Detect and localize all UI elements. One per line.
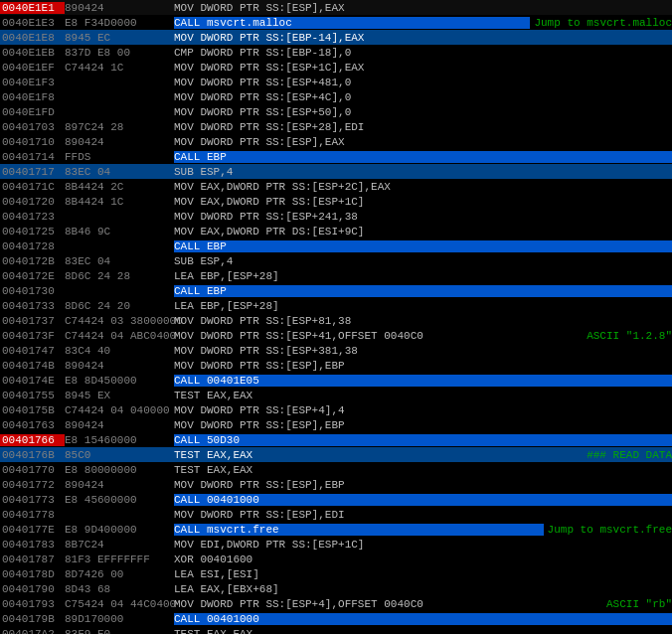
address-cell: 00401737 [0,315,65,327]
address-cell: 00401720 [0,196,65,208]
address-cell: 0040179B [0,613,65,625]
table-row[interactable]: 0040178D8D7426 00LEA ESI,[ESI] [0,566,672,581]
table-row[interactable]: 0040E1EFC74424 1CMOV DWORD PTR SS:[ESP+1… [0,60,672,75]
hex-cell: 890424 [65,479,174,491]
table-row[interactable]: 0040175BC74424 04 040000MOV DWORD PTR SS… [0,402,672,417]
table-row[interactable]: 00401763890424MOV DWORD PTR SS:[ESP],EBP [0,417,672,432]
table-row[interactable]: 004017558945 EXTEST EAX,EAX [0,388,672,402]
table-row[interactable]: 004017838B7C24MOV EDI,DWORD PTR SS:[ESP+… [0,537,672,552]
table-row[interactable]: 0040179B89D170000CALL 00401000 [0,611,672,626]
table-row[interactable]: 00401737C74424 03 38000000MOV DWORD PTR … [0,313,672,328]
table-row[interactable]: 00401773E8 45600000CALL 00401000 [0,492,672,507]
table-row[interactable]: 004017208B4424 1CMOV EAX,DWORD PTR SS:[E… [0,194,672,209]
hex-cell: 8D43 68 [65,583,174,595]
table-row[interactable]: 004017908D43 68LEA EAX,[EBX+68] [0,581,672,596]
instruction-cell: MOV DWORD PTR SS:[ESP+241,38 [174,211,672,223]
table-row[interactable]: 00401714FFDSCALL EBP [0,149,672,164]
address-cell: 00401747 [0,345,65,357]
address-cell: 0040E1E3 [0,17,65,29]
comment-cell: Jump to msvcrt.malloc [534,17,672,29]
instruction-cell: XOR 00401600 [174,554,672,565]
instruction-cell: CALL 50D30 [174,434,672,446]
hex-cell: 8D6C 24 28 [65,270,174,282]
instruction-cell: MOV DWORD PTR SS:[ESP+28],EDI [174,121,672,133]
table-row[interactable]: 0040171783EC 04SUB ESP,4 [0,164,672,179]
table-row[interactable]: 00401772890424MOV DWORD PTR SS:[ESP],EBP [0,477,672,492]
address-cell: 00401790 [0,583,65,595]
instruction-cell: MOV EAX,DWORD PTR SS:[ESP+1C] [174,196,672,208]
instruction-cell: CALL EBP [174,240,672,252]
table-row[interactable]: 0040E1EB837D E8 00CMP DWORD PTR SS:[EBP-… [0,45,672,60]
instruction-cell: CALL 00401000 [174,494,672,506]
table-row[interactable]: 0040172E8D6C 24 28LEA EBP,[ESP+28] [0,268,672,283]
table-row[interactable]: 00401778MOV DWORD PTR SS:[ESP],EDI [0,507,672,522]
table-row[interactable]: 0040E1FDMOV DWORD PTR SS:[ESP+50],0 [0,104,672,119]
instruction-cell: LEA EBP,[ESP+28] [174,270,672,282]
instruction-cell: MOV DWORD PTR SS:[EBP-14],EAX [174,32,672,44]
table-row[interactable]: 0040E1F8MOV DWORD PTR SS:[ESP+4C],0 [0,89,672,104]
table-row[interactable]: 0040171C8B4424 2CMOV EAX,DWORD PTR SS:[E… [0,179,672,194]
table-row[interactable]: 0040177EE8 9D400000CALL msvcrt.freeJump … [0,522,672,537]
table-row[interactable]: 0040174B890424MOV DWORD PTR SS:[ESP],EBP [0,358,672,373]
table-row[interactable]: 00401766E8 15460000CALL 50D30 [0,432,672,447]
table-row[interactable]: 0040E1E1890424MOV DWORD PTR SS:[ESP],EAX [0,0,672,15]
instruction-cell: SUB ESP,4 [174,255,672,267]
table-row[interactable]: 0040E1E3E8 F34D0000CALL msvcrt.mallocJum… [0,15,672,30]
address-cell: 0040E1EF [0,62,65,74]
table-row[interactable]: 0040174EE8 8D450000CALL 00401E05 [0,373,672,388]
comment-cell: Jump to msvcrt.free [548,524,672,536]
comment-cell: ### READ DATA [587,449,672,461]
table-row[interactable]: 0040172B83EC 04SUB ESP,4 [0,253,672,268]
table-row[interactable]: 0040E1E88945 ECMOV DWORD PTR SS:[EBP-14]… [0,30,672,45]
instruction-cell: CALL 00401E05 [174,375,672,387]
table-row[interactable]: 00401770E8 80000000TEST EAX,EAX [0,462,672,477]
instruction-cell: MOV DWORD PTR SS:[ESP],EBP [174,419,672,431]
address-cell: 00401725 [0,226,65,238]
hex-cell: 83F9 E0 [65,628,174,635]
address-cell: 0040172B [0,255,65,267]
hex-cell: 890424 [65,419,174,431]
table-row[interactable]: 00401723MOV DWORD PTR SS:[ESP+241,38 [0,209,672,224]
address-cell: 0040175B [0,404,65,416]
address-cell: 0040178D [0,568,65,580]
table-row[interactable]: 00401703897C24 28MOV DWORD PTR SS:[ESP+2… [0,119,672,134]
hex-cell: 89D170000 [65,613,174,625]
table-row[interactable]: 004017258B46 9CMOV EAX,DWORD PTR DS:[ESI… [0,224,672,238]
table-row[interactable]: 0040174783C4 40MOV DWORD PTR SS:[ESP+381… [0,343,672,358]
table-row[interactable]: 004017A283F9 E0TEST EAX,EAX [0,626,672,634]
address-cell: 0040E1EB [0,47,65,59]
comment-cell: ASCII "rb" [606,598,672,610]
instruction-cell: TEST EAX,EAX [174,464,672,476]
instruction-cell: MOV DWORD PTR SS:[ESP+1C],EAX [174,62,672,74]
address-cell: 00401755 [0,390,65,401]
address-cell: 0040173F [0,330,65,342]
hex-cell: C74424 1C [65,62,174,74]
hex-cell: C75424 04 44C0400 [65,598,174,610]
table-row[interactable]: 00401730CALL EBP [0,283,672,298]
table-row[interactable]: 0040173FC74424 04 ABC0400MOV DWORD PTR S… [0,328,672,343]
instruction-cell: MOV EDI,DWORD PTR SS:[ESP+1C] [174,539,672,551]
hex-cell: 85C0 [65,449,174,461]
address-cell: 0040177E [0,524,65,536]
table-row[interactable]: 00401728CALL EBP [0,238,672,253]
table-row[interactable]: 004017338D6C 24 20LEA EBP,[ESP+28] [0,298,672,313]
hex-cell: E8 45600000 [65,494,174,506]
instruction-cell: MOV EAX,DWORD PTR SS:[ESP+2C],EAX [174,181,672,193]
hex-cell: 8B4424 2C [65,181,174,193]
table-row[interactable]: 0040E1F3MOV DWORD PTR SS:[ESP+481,0 [0,75,672,89]
address-cell: 00401772 [0,479,65,491]
hex-cell: 890424 [65,2,174,14]
address-cell: 0040174B [0,360,65,372]
table-row[interactable]: 00401793C75424 04 44C0400MOV DWORD PTR S… [0,596,672,611]
instruction-cell: CALL EBP [174,285,672,297]
table-row[interactable]: 0040178781F3 EFFFFFFFXOR 00401600 [0,552,672,566]
instruction-cell: MOV DWORD PTR SS:[ESP+4C],0 [174,91,672,103]
hex-cell: 837D E8 00 [65,47,174,59]
hex-cell: 8B4424 1C [65,196,174,208]
hex-cell: 8945 EX [65,390,174,401]
address-cell: 0040171C [0,181,65,193]
address-cell: 00401728 [0,240,65,252]
instruction-cell: MOV DWORD PTR SS:[ESP+81,38 [174,315,672,327]
table-row[interactable]: 00401710890424MOV DWORD PTR SS:[ESP],EAX [0,134,672,149]
table-row[interactable]: 0040176B85C0TEST EAX,EAX### READ DATA [0,447,672,462]
